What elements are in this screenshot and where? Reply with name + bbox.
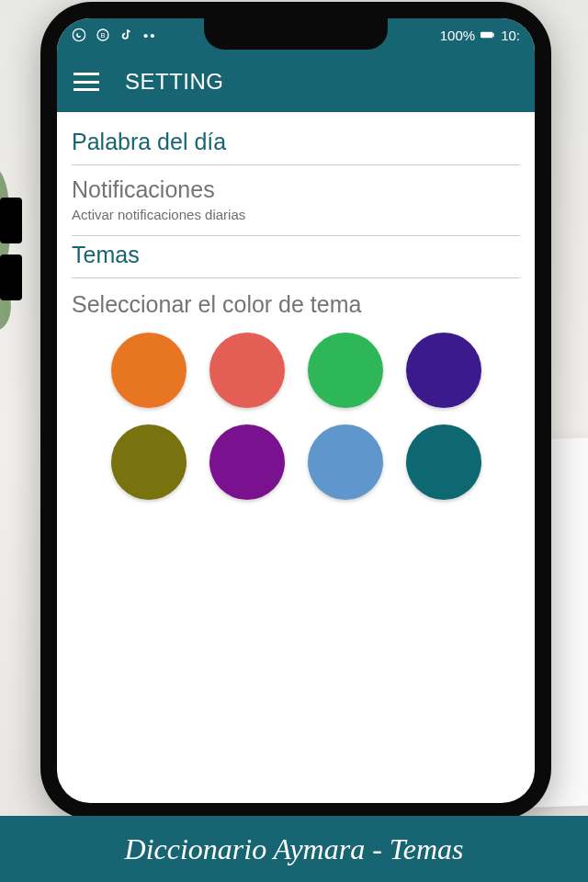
svg-point-0 xyxy=(73,28,85,40)
color-swatch-indigo[interactable] xyxy=(406,333,481,408)
notifications-subtitle: Activar notificaciones diarias xyxy=(72,207,520,222)
promo-banner: Diccionario Aymara - Temas xyxy=(0,816,588,882)
color-swatch-green[interactable] xyxy=(308,333,383,408)
tiktok-icon xyxy=(119,28,134,42)
color-swatch-purple[interactable] xyxy=(209,424,285,500)
color-swatch-teal[interactable] xyxy=(406,424,481,500)
battery-icon xyxy=(481,28,495,42)
page-title: SETTING xyxy=(125,69,224,95)
color-swatch-orange[interactable] xyxy=(111,333,187,408)
color-swatch-coral[interactable] xyxy=(209,333,285,408)
phone-notch xyxy=(204,18,388,50)
notifications-title: Notificaciones xyxy=(72,176,520,203)
battery-percent: 100% xyxy=(440,28,475,43)
color-swatch-olive[interactable] xyxy=(111,424,187,500)
theme-select-label: Seleccionar el color de tema xyxy=(72,278,520,325)
svg-rect-4 xyxy=(492,33,493,37)
whatsapp-icon xyxy=(72,28,86,42)
clock-time: 10: xyxy=(501,28,520,43)
more-dots-icon: •• xyxy=(143,28,157,43)
settings-content: Palabra del día Notificaciones Activar n… xyxy=(57,112,535,518)
notifications-item[interactable]: Notificaciones Activar notificaciones di… xyxy=(72,165,520,236)
svg-rect-3 xyxy=(481,32,492,39)
color-swatch-blue[interactable] xyxy=(308,424,383,500)
section-word-of-day: Palabra del día xyxy=(72,123,520,165)
menu-icon[interactable] xyxy=(74,73,99,91)
phone-screen: B •• 100% 10: SETTING Palabra d xyxy=(57,18,535,803)
svg-text:B: B xyxy=(101,31,106,40)
color-swatch-grid xyxy=(72,325,520,507)
section-themes: Temas xyxy=(72,236,520,278)
phone-frame: B •• 100% 10: SETTING Palabra d xyxy=(40,2,551,820)
app-bar: SETTING xyxy=(57,51,535,112)
phone-side-buttons xyxy=(0,198,28,311)
b-icon: B xyxy=(96,28,110,42)
